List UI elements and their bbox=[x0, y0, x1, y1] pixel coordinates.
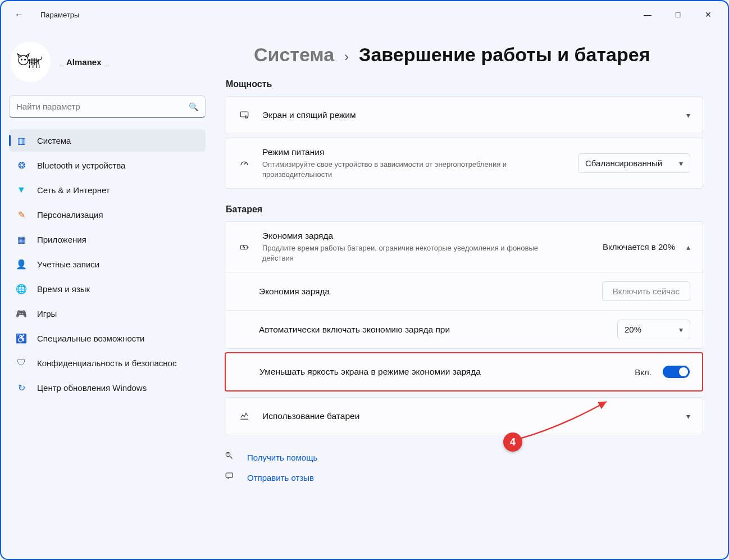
row-saver-auto: Автоматически включать экономию заряда п… bbox=[225, 310, 703, 348]
sidebar-item-windows-update[interactable]: ↻ Центр обновления Windows bbox=[9, 376, 206, 399]
help-icon: ? bbox=[225, 451, 237, 463]
chevron-up-icon: ▴ bbox=[686, 243, 690, 252]
turn-on-now-button[interactable]: Включить сейчас bbox=[602, 281, 690, 301]
chevron-down-icon: ▾ bbox=[679, 159, 683, 168]
row-title: Режим питания bbox=[262, 147, 567, 157]
chevron-right-icon: › bbox=[344, 49, 349, 65]
brush-icon: ✎ bbox=[16, 209, 27, 220]
sidebar-item-system[interactable]: ▥ Система bbox=[9, 129, 206, 152]
settings-window: ← Параметры — □ ✕ _ Alm bbox=[0, 0, 729, 560]
system-icon: ▥ bbox=[16, 135, 27, 146]
card-screen-sleep[interactable]: Экран и спящий режим ▾ bbox=[225, 96, 703, 134]
battery-saver-icon bbox=[238, 242, 251, 252]
chart-icon bbox=[238, 411, 251, 421]
row-desc: Продлите время работы батареи, ограничив… bbox=[262, 243, 554, 263]
sidebar-item-label: Сеть & и Интернет bbox=[37, 185, 110, 195]
row-title: Уменьшать яркость экрана в режиме эконом… bbox=[259, 367, 623, 377]
window-controls: — □ ✕ bbox=[632, 4, 723, 25]
search-icon: 🔍 bbox=[189, 102, 198, 111]
search-box[interactable]: 🔍 bbox=[9, 95, 206, 118]
link-label: Получить помощь bbox=[247, 453, 317, 462]
shield-icon: 🛡 bbox=[16, 357, 27, 368]
sidebar-item-time-language[interactable]: 🌐 Время и язык bbox=[9, 277, 206, 300]
saver-threshold-select[interactable]: 20% ▾ bbox=[617, 320, 690, 339]
svg-text:?: ? bbox=[227, 453, 229, 456]
give-feedback-link[interactable]: Отправить отзыв bbox=[225, 471, 703, 484]
sidebar-item-label: Специальные возможности bbox=[37, 334, 145, 343]
row-battery-saver-header[interactable]: Экономия заряда Продлите время работы ба… bbox=[225, 222, 703, 272]
sidebar-nav: ▥ Система ❂ Bluetooth и устройства ▼ Сет… bbox=[9, 129, 206, 399]
main-content: Система › Завершение работы и батарея Мо… bbox=[213, 28, 728, 559]
titlebar: ← Параметры — □ ✕ bbox=[1, 1, 728, 28]
svg-point-0 bbox=[19, 55, 28, 65]
sidebar: _ Almanex _ 🔍 ▥ Система ❂ Bluetooth и ус… bbox=[1, 28, 213, 559]
sidebar-item-privacy[interactable]: 🛡 Конфиденциальность и безопаснос bbox=[9, 352, 206, 374]
row-title: Экономия заряда bbox=[259, 286, 591, 297]
sidebar-item-label: Время и язык bbox=[37, 284, 90, 294]
card-power-mode: Режим питания Оптимизируйте свое устройс… bbox=[225, 138, 703, 189]
profile[interactable]: _ Almanex _ bbox=[10, 42, 206, 82]
footer-links: ? Получить помощь Отправить отзыв bbox=[225, 451, 703, 484]
link-label: Отправить отзыв bbox=[247, 473, 314, 482]
row-dim-brightness: Уменьшать яркость экрана в режиме эконом… bbox=[226, 353, 702, 390]
select-value: Сбалансированный bbox=[585, 158, 662, 168]
sidebar-item-label: Конфиденциальность и безопаснос bbox=[37, 358, 176, 368]
close-button[interactable]: ✕ bbox=[693, 4, 723, 25]
back-button[interactable]: ← bbox=[11, 10, 27, 20]
breadcrumb-current: Завершение работы и батарея bbox=[359, 44, 650, 66]
card-dim-brightness: Уменьшать яркость экрана в режиме эконом… bbox=[225, 352, 703, 391]
sidebar-item-label: Персонализация bbox=[37, 210, 103, 220]
section-power-label: Мощность bbox=[226, 79, 703, 89]
power-mode-select[interactable]: Сбалансированный ▾ bbox=[578, 153, 690, 173]
minimize-button[interactable]: — bbox=[632, 4, 663, 25]
svg-point-2 bbox=[25, 59, 26, 60]
card-battery-usage[interactable]: Использование батареи ▾ bbox=[225, 397, 703, 435]
get-help-link[interactable]: ? Получить помощь bbox=[225, 451, 703, 463]
section-battery-label: Батарея bbox=[226, 204, 703, 215]
accessibility-icon: ♿ bbox=[16, 333, 27, 344]
window-title: Параметры bbox=[40, 11, 79, 19]
person-icon: 👤 bbox=[16, 258, 27, 270]
globe-icon: 🌐 bbox=[16, 283, 27, 294]
row-title: Автоматически включать экономию заряда п… bbox=[259, 325, 606, 335]
battery-saver-status: Включается в 20% bbox=[603, 242, 675, 252]
sidebar-item-label: Система bbox=[37, 136, 71, 145]
feedback-icon bbox=[225, 471, 237, 484]
sidebar-item-label: Учетные записи bbox=[37, 259, 99, 269]
update-icon: ↻ bbox=[16, 382, 27, 393]
sidebar-item-label: Приложения bbox=[37, 235, 86, 244]
row-title: Экономия заряда bbox=[262, 231, 591, 241]
sidebar-item-personalization[interactable]: ✎ Персонализация bbox=[9, 203, 206, 226]
monitor-icon bbox=[238, 110, 251, 120]
apps-icon: ▦ bbox=[16, 234, 27, 245]
sidebar-item-bluetooth[interactable]: ❂ Bluetooth и устройства bbox=[9, 154, 206, 176]
card-battery-saver: Экономия заряда Продлите время работы ба… bbox=[225, 221, 703, 349]
row-saver-now: Экономия заряда Включить сейчас bbox=[225, 272, 703, 310]
search-input[interactable] bbox=[16, 102, 189, 111]
sidebar-item-apps[interactable]: ▦ Приложения bbox=[9, 228, 206, 251]
sidebar-item-accounts[interactable]: 👤 Учетные записи bbox=[9, 253, 206, 275]
svg-point-1 bbox=[21, 59, 22, 60]
sidebar-item-label: Игры bbox=[37, 309, 57, 318]
maximize-button[interactable]: □ bbox=[663, 4, 693, 25]
gamepad-icon: 🎮 bbox=[16, 308, 27, 319]
row-title: Использование батареи bbox=[262, 411, 675, 421]
svg-rect-7 bbox=[226, 473, 233, 477]
sidebar-item-label: Центр обновления Windows bbox=[37, 383, 147, 393]
sidebar-item-accessibility[interactable]: ♿ Специальные возможности bbox=[9, 327, 206, 349]
toggle-state: Вкл. bbox=[635, 367, 651, 377]
annotation-badge: 4 bbox=[503, 432, 522, 452]
sidebar-item-label: Bluetooth и устройства bbox=[37, 161, 125, 170]
wifi-icon: ▼ bbox=[16, 184, 27, 195]
sidebar-item-gaming[interactable]: 🎮 Игры bbox=[9, 302, 206, 325]
sidebar-item-network[interactable]: ▼ Сеть & и Интернет bbox=[9, 179, 206, 201]
breadcrumb-parent[interactable]: Система bbox=[254, 44, 334, 66]
chevron-down-icon: ▾ bbox=[686, 412, 690, 421]
dim-brightness-toggle[interactable] bbox=[663, 366, 690, 378]
svg-rect-3 bbox=[240, 112, 248, 117]
gauge-icon bbox=[238, 158, 251, 169]
profile-name: _ Almanex _ bbox=[60, 57, 108, 67]
breadcrumb: Система › Завершение работы и батарея bbox=[254, 44, 703, 66]
bluetooth-icon: ❂ bbox=[16, 160, 27, 171]
row-title: Экран и спящий режим bbox=[262, 110, 675, 120]
